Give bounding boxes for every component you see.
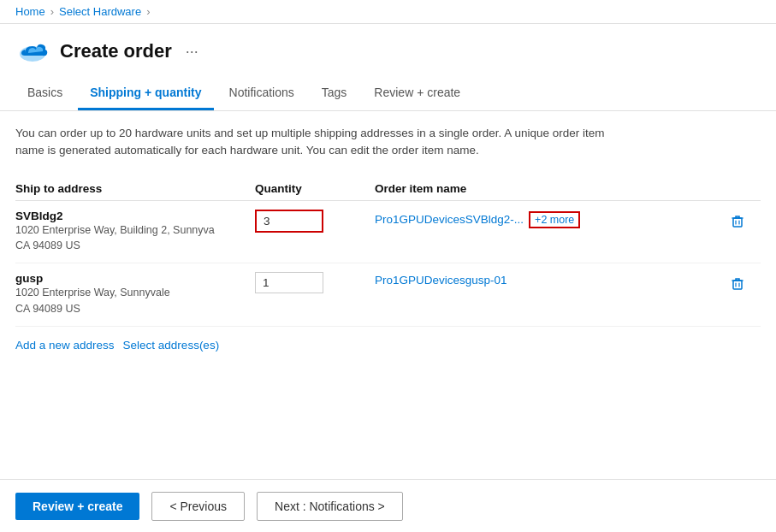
delete-cell-2 (726, 272, 761, 296)
breadcrumb-sep1: › (50, 5, 54, 18)
address-cell-2: gusp 1020 Enterprise Way, SunnyvaleCA 94… (15, 272, 255, 317)
tab-bar: Basics Shipping + quantity Notifications… (0, 77, 776, 111)
delete-button-2[interactable] (726, 274, 749, 296)
more-options-icon[interactable]: ··· (186, 43, 198, 61)
page-title: Create order (60, 40, 172, 62)
col-address: Ship to address (15, 182, 255, 195)
tab-review[interactable]: Review + create (362, 77, 472, 110)
quantity-input-1[interactable] (255, 210, 323, 233)
more-badge-1[interactable]: +2 more (529, 211, 580, 228)
order-item-link-1[interactable]: Pro1GPUDevicesSVBldg2-... (375, 213, 524, 226)
table-row: SVBldg2 1020 Enterprise Way, Building 2,… (15, 201, 761, 264)
breadcrumb: Home › Select Hardware › (0, 0, 776, 24)
footer: Review + create < Previous Next : Notifi… (0, 479, 776, 532)
breadcrumb-select-hardware[interactable]: Select Hardware (59, 5, 141, 18)
tab-notifications[interactable]: Notifications (217, 77, 306, 110)
col-actions (726, 182, 761, 195)
breadcrumb-home[interactable]: Home (15, 5, 45, 18)
next-notifications-button[interactable]: Next : Notifications > (257, 492, 403, 521)
order-item-cell-2: Pro1GPUDevicesgusp-01 (375, 272, 726, 287)
col-order-item: Order item name (375, 182, 726, 195)
select-address-link[interactable]: Select address(es) (123, 339, 220, 352)
page-header: Create order ··· (0, 24, 776, 68)
address-detail-2: 1020 Enterprise Way, SunnyvaleCA 94089 U… (15, 285, 255, 317)
tab-tags[interactable]: Tags (310, 77, 359, 110)
address-name-1: SVBldg2 (15, 210, 255, 222)
tab-shipping[interactable]: Shipping + quantity (78, 77, 213, 110)
page-description: You can order up to 20 hardware units an… (15, 125, 631, 160)
previous-button[interactable]: < Previous (151, 492, 245, 521)
add-address-link[interactable]: Add a new address (15, 339, 115, 352)
review-create-button[interactable]: Review + create (15, 493, 139, 520)
svg-rect-2 (733, 281, 742, 289)
address-cell-1: SVBldg2 1020 Enterprise Way, Building 2,… (15, 210, 255, 255)
quantity-cell-2[interactable] (255, 272, 375, 293)
address-detail-1: 1020 Enterprise Way, Building 2, Sunnyva… (15, 222, 255, 255)
table-header: Ship to address Quantity Order item name (15, 177, 761, 201)
order-item-cell-1: Pro1GPUDevicesSVBldg2-... +2 more (375, 210, 726, 228)
svg-rect-1 (733, 218, 742, 227)
breadcrumb-sep2: › (146, 5, 150, 18)
table-row: gusp 1020 Enterprise Way, SunnyvaleCA 94… (15, 263, 761, 327)
tab-basics[interactable]: Basics (15, 77, 74, 110)
address-links: Add a new address Select address(es) (15, 339, 761, 352)
delete-button-1[interactable] (726, 211, 749, 233)
order-item-link-2[interactable]: Pro1GPUDevicesgusp-01 (375, 274, 507, 287)
quantity-input-2[interactable] (255, 272, 323, 293)
delete-cell-1 (726, 210, 761, 233)
col-quantity: Quantity (255, 182, 375, 195)
quantity-cell-1[interactable] (255, 210, 375, 233)
address-name-2: gusp (15, 272, 255, 285)
page-icon (15, 34, 50, 68)
main-content: You can order up to 20 hardware units an… (0, 111, 776, 365)
